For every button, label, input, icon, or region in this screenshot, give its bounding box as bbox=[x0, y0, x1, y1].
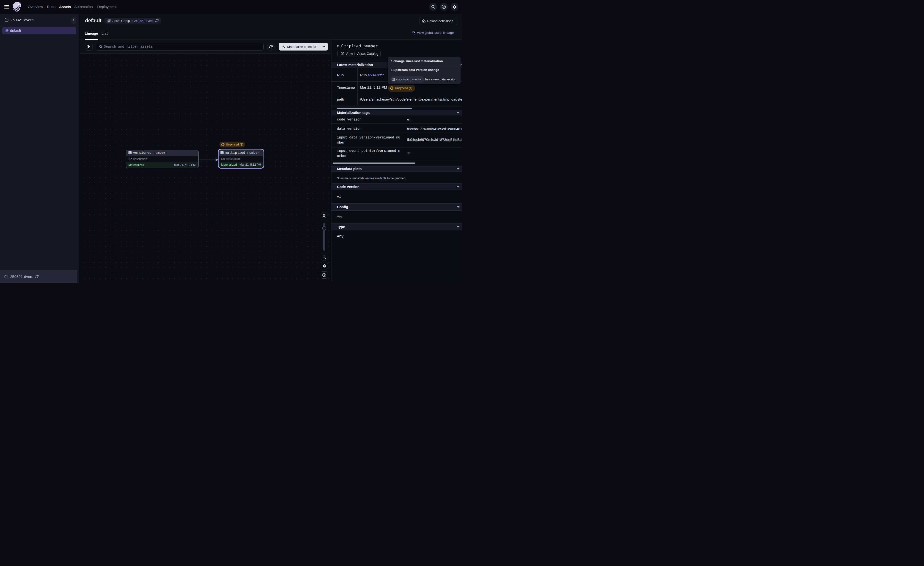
svg-text:?: ? bbox=[443, 5, 444, 8]
